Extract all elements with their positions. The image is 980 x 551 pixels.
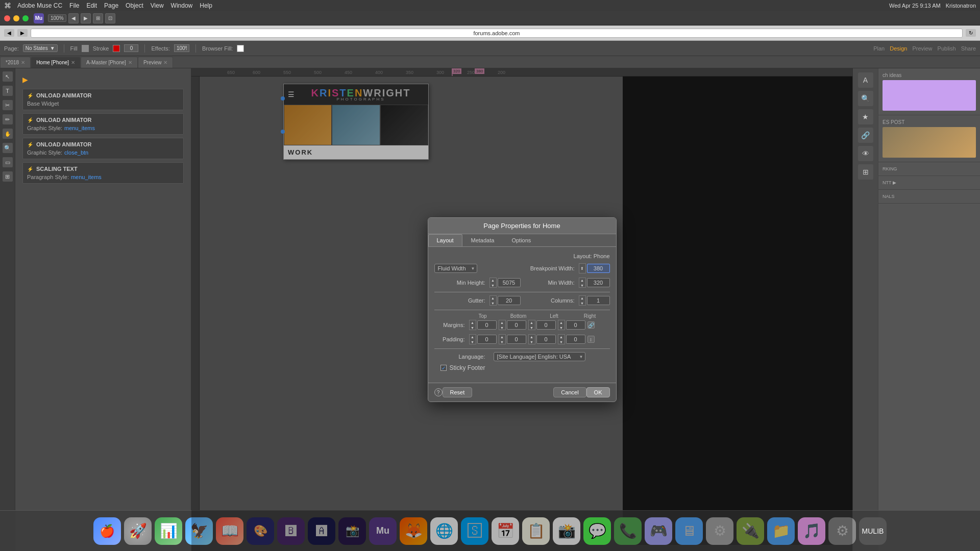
dock-launchpad[interactable]: 🚀 bbox=[124, 517, 152, 545]
tab-preview-close[interactable]: ✕ bbox=[163, 60, 167, 65]
padding-left-spinner[interactable]: ▲ ▼ bbox=[528, 334, 535, 344]
padding-right-input[interactable] bbox=[566, 335, 585, 344]
menu-file[interactable]: File bbox=[69, 2, 79, 9]
margin-bottom-spinner[interactable]: ▲ ▼ bbox=[499, 320, 506, 330]
dialog-tab-layout[interactable]: Layout bbox=[428, 234, 462, 246]
margin-link-icon[interactable]: 🔗 bbox=[587, 321, 595, 329]
margin-bottom-input[interactable] bbox=[507, 320, 526, 330]
browser-back[interactable]: ◀ bbox=[4, 29, 14, 37]
breakpoint-width-input[interactable] bbox=[587, 264, 610, 273]
dialog-tab-metadata[interactable]: Metadata bbox=[462, 234, 503, 246]
tool-icon-3[interactable]: ⊞ bbox=[93, 13, 103, 23]
tool-icon-2[interactable]: ▶ bbox=[81, 13, 91, 23]
browser-refresh[interactable]: ↻ bbox=[966, 29, 976, 37]
mode-share[interactable]: Share bbox=[961, 45, 976, 52]
dock-finder[interactable]: 🍎 bbox=[93, 517, 121, 545]
dock-dashboard[interactable]: 📊 bbox=[155, 517, 182, 545]
tool-icon-4[interactable]: ⊡ bbox=[105, 13, 115, 23]
right-icon-star[interactable]: ★ bbox=[858, 109, 873, 124]
min-width-input[interactable] bbox=[587, 278, 610, 287]
tool-draw[interactable]: ✏ bbox=[3, 114, 13, 124]
tab-home-phone-close[interactable]: ✕ bbox=[71, 60, 75, 65]
tool-crop[interactable]: ✂ bbox=[3, 100, 13, 110]
min-height-spinner[interactable]: ▲ ▼ bbox=[489, 278, 497, 288]
fluid-width-select-wrap[interactable]: Fluid Width bbox=[434, 264, 477, 273]
mode-plan[interactable]: Plan bbox=[873, 45, 885, 52]
right-icon-layers[interactable]: A bbox=[858, 72, 873, 88]
min-width-spinner[interactable]: ▲ ▼ bbox=[579, 278, 586, 288]
menu-edit[interactable]: Edit bbox=[86, 2, 97, 9]
fill-color[interactable] bbox=[82, 45, 89, 52]
fluid-width-select[interactable]: Fluid Width bbox=[434, 264, 477, 273]
browser-fill-color[interactable] bbox=[237, 45, 244, 52]
panel-arrow[interactable]: ▶ bbox=[22, 76, 28, 84]
dialog-tab-options[interactable]: Options bbox=[503, 234, 540, 246]
right-icon-grid[interactable]: ⊞ bbox=[858, 164, 873, 180]
browser-forward[interactable]: ▶ bbox=[17, 29, 28, 37]
tool-shapes[interactable]: ▭ bbox=[3, 157, 13, 167]
close-button[interactable] bbox=[4, 15, 10, 21]
animator-link-3[interactable]: close_btn bbox=[64, 149, 88, 156]
columns-spinner[interactable]: ▲ ▼ bbox=[579, 295, 586, 306]
address-bar[interactable]: forums.adobe.com bbox=[31, 29, 963, 38]
menu-view[interactable]: View bbox=[151, 2, 164, 9]
tab-a-master[interactable]: A-Master [Phone] ✕ bbox=[81, 57, 138, 68]
tool-text[interactable]: T bbox=[3, 86, 13, 96]
tool-select[interactable]: ↖ bbox=[3, 71, 13, 82]
padding-bottom-input[interactable] bbox=[507, 335, 526, 344]
language-select-wrap[interactable]: [Site Language] English: USA bbox=[494, 352, 585, 361]
padding-link-icon[interactable]: ↕ bbox=[587, 336, 595, 343]
padding-top-spinner[interactable]: ▲ ▼ bbox=[469, 334, 476, 344]
menu-page[interactable]: Page bbox=[104, 2, 118, 9]
tool-zoom[interactable]: 🔍 bbox=[3, 143, 13, 153]
margin-right-spinner[interactable]: ▲ ▼ bbox=[558, 320, 565, 330]
breakpoint-width-spinner[interactable]: ⬆ bbox=[579, 263, 586, 273]
tab-a-master-close[interactable]: ✕ bbox=[128, 60, 132, 65]
right-icon-link[interactable]: 🔗 bbox=[858, 128, 873, 143]
help-icon[interactable]: ? bbox=[434, 388, 443, 396]
tool-hand[interactable]: ✋ bbox=[3, 129, 13, 139]
cancel-button[interactable]: Cancel bbox=[553, 387, 586, 397]
min-height-input[interactable] bbox=[498, 278, 521, 287]
mode-design[interactable]: Design bbox=[890, 45, 907, 52]
tab-preview[interactable]: Preview ✕ bbox=[138, 57, 174, 68]
mode-preview[interactable]: Preview bbox=[912, 45, 932, 52]
sticky-footer-checkbox[interactable]: ✓ bbox=[440, 365, 447, 371]
dock-multilingo[interactable]: MULIB bbox=[859, 517, 887, 545]
tool-widget[interactable]: ⊞ bbox=[3, 171, 13, 182]
page-state-dropdown[interactable]: No States▼ bbox=[23, 44, 58, 52]
right-icon-search[interactable]: 🔍 bbox=[858, 91, 873, 106]
margin-top-spinner[interactable]: ▲ ▼ bbox=[469, 320, 476, 330]
gutter-spinner[interactable]: ▲ ▼ bbox=[489, 295, 497, 306]
margin-right-input[interactable] bbox=[566, 320, 585, 330]
stroke-color[interactable] bbox=[113, 45, 120, 52]
minimize-button[interactable] bbox=[13, 15, 19, 21]
stroke-value[interactable] bbox=[124, 44, 138, 52]
margin-left-input[interactable] bbox=[536, 320, 556, 330]
menu-adobe-muse[interactable]: Adobe Muse CC bbox=[17, 2, 62, 9]
language-select[interactable]: [Site Language] English: USA bbox=[494, 352, 585, 361]
margin-top-input[interactable] bbox=[477, 320, 497, 330]
menu-help[interactable]: Help bbox=[200, 2, 212, 9]
padding-right-spinner[interactable]: ▲ ▼ bbox=[558, 334, 565, 344]
right-icon-eye[interactable]: 👁 bbox=[858, 146, 873, 161]
animator-link-4[interactable]: menu_items bbox=[71, 174, 102, 180]
reset-button[interactable]: Reset bbox=[443, 387, 473, 397]
padding-bottom-spinner[interactable]: ▲ ▼ bbox=[499, 334, 506, 344]
tab-2018[interactable]: *2018 ✕ bbox=[0, 57, 31, 68]
columns-input[interactable] bbox=[587, 296, 610, 305]
margin-left-spinner[interactable]: ▲ ▼ bbox=[528, 320, 535, 330]
menu-object[interactable]: Object bbox=[126, 2, 143, 9]
tab-2018-close[interactable]: ✕ bbox=[21, 60, 25, 65]
tool-icon-1[interactable]: ◀ bbox=[68, 13, 79, 23]
tab-home-phone[interactable]: Home [Phone] ✕ bbox=[31, 57, 81, 68]
animator-link-2[interactable]: menu_items bbox=[64, 125, 95, 131]
mode-publish[interactable]: Publish bbox=[938, 45, 956, 52]
menu-window[interactable]: Window bbox=[171, 2, 193, 9]
effects-value[interactable] bbox=[174, 44, 189, 52]
gutter-input[interactable] bbox=[498, 296, 521, 305]
padding-top-input[interactable] bbox=[477, 335, 497, 344]
maximize-button[interactable] bbox=[22, 15, 29, 21]
ok-button[interactable]: OK bbox=[586, 387, 610, 397]
apple-menu-icon[interactable]: ⌘ bbox=[4, 2, 11, 10]
